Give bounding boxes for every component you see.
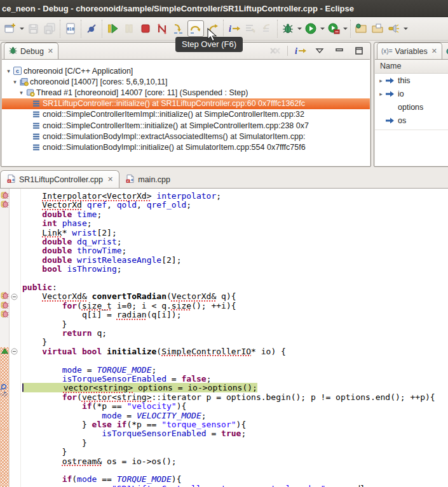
stack-frame-row[interactable]: cnoid::SimpleControllerItem::initialize(… xyxy=(2,120,370,131)
code-line[interactable]: int phase; xyxy=(0,219,448,228)
skip-all-breakpoints-button[interactable] xyxy=(84,21,99,36)
stack-frame-row[interactable]: cnoid::SimpleControllerItemImpl::initial… xyxy=(2,109,370,120)
method-range-indicator[interactable] xyxy=(0,347,9,357)
method-range-indicator[interactable] xyxy=(0,475,9,484)
editor-tab[interactable]: cSR1LiftupController.cpp✕ xyxy=(0,170,119,188)
expander-icon[interactable]: ▾ xyxy=(17,90,25,96)
new-button[interactable] xyxy=(3,21,18,36)
code-line[interactable]: public: xyxy=(0,283,448,292)
method-range-indicator[interactable] xyxy=(0,366,9,375)
close-icon[interactable]: ✕ xyxy=(106,175,113,183)
close-icon[interactable]: ✕ xyxy=(46,47,53,55)
editor-tab[interactable]: cmain.cpp xyxy=(119,171,176,188)
tab-variables[interactable]: (x)= Variables ✕ xyxy=(377,43,442,59)
code-line[interactable]: mode = VELOCITY_MODE; xyxy=(0,411,448,420)
code-line[interactable]: for(vector<string>::iterator p = options… xyxy=(0,393,448,402)
code-line[interactable]: } else if(*p == "torque_sensor"){ xyxy=(0,420,448,429)
debug-tree-row[interactable]: ▾choreonoid [14007] [cores: 5,6,9,10,11] xyxy=(2,76,370,87)
search-flashlight-dropdown[interactable] xyxy=(402,21,409,36)
expander-icon[interactable]: ▸ xyxy=(377,91,385,97)
tab-partial[interactable] xyxy=(444,43,448,59)
binary-editor-button[interactable]: 010 xyxy=(63,21,78,36)
instruction-stepping-button[interactable]: i xyxy=(226,21,241,36)
open-project-folder-button[interactable] xyxy=(353,21,369,36)
tab-debug[interactable]: Debug ✕ xyxy=(4,43,58,59)
annotation-cell[interactable] xyxy=(0,201,9,210)
variable-row[interactable]: ▸io xyxy=(375,87,448,100)
method-range-indicator[interactable] xyxy=(0,420,9,430)
debug-dropdown[interactable] xyxy=(296,21,302,36)
method-range-indicator[interactable] xyxy=(0,402,9,411)
code-line[interactable]: bool isThrowing; xyxy=(0,265,448,274)
annotation-cell[interactable] xyxy=(0,310,9,320)
code-line[interactable]: double time; xyxy=(0,210,448,219)
terminate-button[interactable] xyxy=(138,21,153,36)
method-range-indicator[interactable] xyxy=(0,411,9,421)
code-line[interactable]: VectorXd qref, qold, qref_old; xyxy=(0,201,448,210)
method-range-indicator[interactable] xyxy=(0,384,9,393)
code-line[interactable] xyxy=(0,466,448,475)
expander-icon[interactable]: ▾ xyxy=(4,68,13,74)
remove-all-terminated-button[interactable] xyxy=(268,44,282,58)
annotation-cell[interactable] xyxy=(0,292,9,302)
code-line[interactable]: double dq_wrist; xyxy=(0,237,448,246)
code-line[interactable]: } xyxy=(0,448,448,457)
code-line[interactable]: return q; xyxy=(0,329,448,338)
use-step-filters-button[interactable] xyxy=(243,21,258,36)
code-line[interactable]: mode = TORQUE_MODE; xyxy=(0,366,448,375)
code-line[interactable]: double wristReleaseAngle[2]; xyxy=(0,256,448,265)
annotation-cell[interactable] xyxy=(0,256,9,265)
code-line[interactable]: q[i] = radian(q[i]); xyxy=(0,310,448,319)
close-icon[interactable]: ✕ xyxy=(430,47,437,55)
save-all-button[interactable] xyxy=(42,21,57,36)
annotation-cell[interactable] xyxy=(0,237,9,247)
annotation-cell[interactable] xyxy=(0,338,9,347)
new-dropdown[interactable] xyxy=(18,21,25,36)
stack-frame-row[interactable]: cnoid::SimulationBodyImpl::extractAssoci… xyxy=(2,131,370,142)
code-line[interactable]: } xyxy=(0,439,448,448)
code-line[interactable]: virtual bool initialize(SimpleController… xyxy=(0,347,448,356)
disconnect-button[interactable] xyxy=(154,21,170,36)
code-line[interactable]: Interpolator<VectorXd> interpolator; xyxy=(0,192,448,201)
code-line[interactable]: } xyxy=(0,320,448,329)
debug-tree-row[interactable]: ▾cchoreonoid [C/C++ Application] xyxy=(2,65,370,76)
method-range-indicator[interactable] xyxy=(0,393,9,403)
method-range-indicator[interactable] xyxy=(0,448,9,457)
method-range-indicator[interactable] xyxy=(0,466,9,476)
expander-icon[interactable]: ▾ xyxy=(11,79,19,85)
code-editor[interactable]: Interpolator<VectorXd> interpolator; Vec… xyxy=(0,189,448,487)
annotation-cell[interactable] xyxy=(0,329,9,338)
code-line[interactable]: Link* wrist[2]; xyxy=(0,229,448,237)
instruction-stepping-mode-button[interactable]: i xyxy=(293,44,307,58)
code-line[interactable] xyxy=(0,356,448,365)
code-line[interactable]: ostream& os = io->os(); xyxy=(0,457,448,466)
save-button[interactable] xyxy=(25,21,41,36)
variable-row[interactable]: ▸this xyxy=(375,74,448,87)
annotation-cell[interactable] xyxy=(0,210,9,220)
profile-button[interactable] xyxy=(326,21,341,36)
search-flashlight-button[interactable] xyxy=(386,21,402,36)
view-menu-button[interactable] xyxy=(313,44,327,58)
variable-row[interactable]: os xyxy=(375,114,448,127)
annotation-cell[interactable] xyxy=(0,320,9,330)
variables-name-header[interactable]: Name xyxy=(375,60,448,74)
code-line[interactable] xyxy=(0,274,448,283)
code-line[interactable]: isTorqueSensorEnabled = false; xyxy=(0,375,448,384)
stack-frame-row[interactable]: cnoid::SimulationBodyImpl::initialize() … xyxy=(2,142,370,152)
annotation-cell[interactable] xyxy=(0,219,9,229)
variable-row[interactable]: options xyxy=(375,100,448,114)
debug-tree-row[interactable]: ▾Thread #1 [choreonoid] 14007 [core: 11]… xyxy=(2,87,370,98)
annotation-cell[interactable] xyxy=(0,302,9,311)
debug-button[interactable] xyxy=(280,21,295,36)
expander-icon[interactable]: ▸ xyxy=(377,77,385,84)
open-folder-button[interactable] xyxy=(370,21,385,36)
step-into-button[interactable] xyxy=(171,21,186,36)
step-over-button[interactable] xyxy=(187,20,204,37)
code-line[interactable]: vector<string> options = io->options(); xyxy=(0,384,448,392)
run-button[interactable] xyxy=(303,21,318,36)
code-line[interactable]: for(size_t i=0; i < q.size(); ++i){ xyxy=(0,302,448,310)
code-line[interactable]: isTorqueSensorEnabled = true; xyxy=(0,429,448,438)
stack-frame-row[interactable]: SR1LiftupController::initialize() at SR1… xyxy=(2,98,370,109)
method-range-indicator[interactable] xyxy=(0,356,9,366)
code-line[interactable]: if(*p == "velocity"){ xyxy=(0,402,448,411)
